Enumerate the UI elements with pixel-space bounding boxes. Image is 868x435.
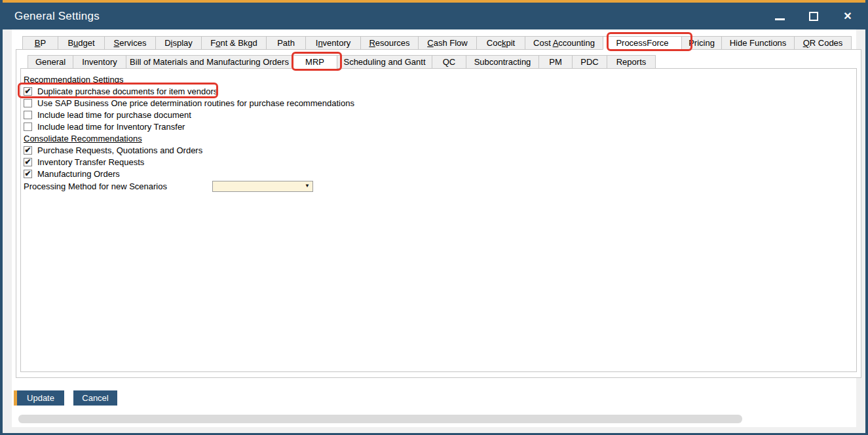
subtab-bom-manufacturing-orders[interactable]: Bill of Materials and Manufacturing Orde… — [126, 55, 293, 69]
subtab-pdc[interactable]: PDC — [572, 55, 607, 69]
consolidate-recommendations-header: Consolidate Recommendations — [23, 132, 856, 144]
close-icon: ✕ — [843, 11, 852, 22]
price-determination-checkbox[interactable] — [24, 99, 32, 107]
subtab-subcontracting[interactable]: Subcontracting — [466, 55, 539, 69]
tab-services[interactable]: Services — [104, 36, 156, 50]
minimize-icon — [775, 18, 785, 20]
tab-cockpit[interactable]: Cockpit — [476, 36, 525, 50]
chevron-down-icon: ▼ — [305, 183, 310, 189]
footer-button-row: Update Cancel — [14, 390, 856, 406]
checkbox-label: Purchase Requests, Quotations and Orders — [37, 145, 202, 155]
titlebar: General Settings ✕ — [0, 3, 868, 29]
tab-path[interactable]: Path — [266, 36, 306, 50]
checkbox-row-lead-time-inventory-transfer: Include lead time for Inventory Transfer — [23, 121, 856, 132]
main-tab-bar: BP Budget Services Display Font & Bkgd P… — [22, 36, 856, 50]
processing-method-row: Processing Method for new Scenarios ▼ — [23, 180, 856, 192]
checkbox-row-lead-time-purchase: Include lead time for purchase document — [23, 109, 856, 121]
purchase-requests-checkbox[interactable]: ✔ — [24, 146, 32, 155]
minimize-button[interactable] — [772, 9, 787, 24]
tab-processforce[interactable]: ProcessForce — [603, 36, 682, 50]
maximize-icon — [809, 12, 818, 21]
recommendation-settings-header: Recommendation Settings — [23, 73, 856, 85]
processing-method-dropdown[interactable]: ▼ — [212, 181, 313, 192]
close-button[interactable]: ✕ — [840, 9, 855, 24]
tab-qr-codes[interactable]: QR Codes — [794, 36, 852, 50]
checkbox-row-inventory-transfer-requests: ✔ Inventory Transfer Requests — [23, 156, 856, 168]
window-client-area: BP Budget Services Display Font & Bkgd P… — [12, 29, 856, 427]
subtab-pm[interactable]: PM — [538, 55, 573, 69]
update-button[interactable]: Update — [14, 390, 64, 406]
horizontal-scrollbar-thumb[interactable] — [18, 415, 742, 423]
manufacturing-orders-checkbox[interactable]: ✔ — [24, 170, 32, 178]
subtab-inventory[interactable]: Inventory — [73, 55, 126, 69]
mrp-settings-groupbox: Recommendation Settings ✔ Duplicate purc… — [20, 68, 857, 372]
subtab-scheduling-gantt[interactable]: Scheduling and Gantt — [337, 55, 432, 69]
tab-budget[interactable]: Budget — [58, 36, 105, 50]
general-settings-window: General Settings ✕ BP Budget Services Di… — [0, 0, 868, 435]
checkbox-label: Manufacturing Orders — [37, 169, 120, 179]
tab-cash-flow[interactable]: Cash Flow — [418, 36, 477, 50]
checkbox-label: Duplicate purchase documents for item ve… — [37, 86, 217, 96]
lead-time-inventory-transfer-checkbox[interactable] — [24, 123, 32, 131]
tab-resources[interactable]: Resources — [360, 36, 419, 50]
processforce-tab-bar: General Inventory Bill of Materials and … — [28, 55, 861, 69]
maximize-button[interactable] — [806, 9, 821, 24]
cancel-button[interactable]: Cancel — [73, 390, 117, 406]
window-controls: ✕ — [772, 3, 855, 29]
tab-cost-accounting[interactable]: Cost Accounting — [525, 36, 603, 50]
tab-pricing[interactable]: Pricing — [681, 36, 722, 50]
checkbox-label: Include lead time for Inventory Transfer — [37, 122, 185, 132]
checkbox-row-price-determination: Use SAP Business One price determination… — [23, 97, 856, 109]
tab-inventory[interactable]: Inventory — [305, 36, 361, 50]
checkbox-label: Include lead time for purchase document — [37, 110, 191, 120]
processforce-pane: General Inventory Bill of Materials and … — [16, 49, 861, 378]
tab-hide-functions[interactable]: Hide Functions — [721, 36, 795, 50]
checkbox-row-duplicate-purchase-docs: ✔ Duplicate purchase documents for item … — [23, 85, 856, 97]
tab-bp[interactable]: BP — [22, 36, 58, 50]
checkbox-row-manufacturing-orders: ✔ Manufacturing Orders — [23, 168, 856, 180]
checkbox-row-purchase-requests: ✔ Purchase Requests, Quotations and Orde… — [23, 144, 856, 156]
horizontal-scrollbar[interactable] — [17, 414, 851, 423]
tab-font-bkgd[interactable]: Font & Bkgd — [201, 36, 267, 50]
checkbox-label: Inventory Transfer Requests — [37, 157, 144, 167]
checkbox-label: Use SAP Business One price determination… — [37, 98, 354, 108]
lead-time-purchase-checkbox[interactable] — [24, 111, 32, 119]
tab-display[interactable]: Display — [155, 36, 202, 50]
window-title: General Settings — [14, 10, 100, 23]
inventory-transfer-requests-checkbox[interactable]: ✔ — [24, 158, 32, 166]
subtab-general[interactable]: General — [28, 55, 73, 69]
duplicate-purchase-docs-checkbox[interactable]: ✔ — [24, 87, 32, 96]
subtab-qc[interactable]: QC — [432, 55, 466, 69]
subtab-mrp[interactable]: MRP — [292, 55, 337, 69]
processing-method-label: Processing Method for new Scenarios — [23, 181, 212, 191]
subtab-reports[interactable]: Reports — [607, 55, 656, 69]
